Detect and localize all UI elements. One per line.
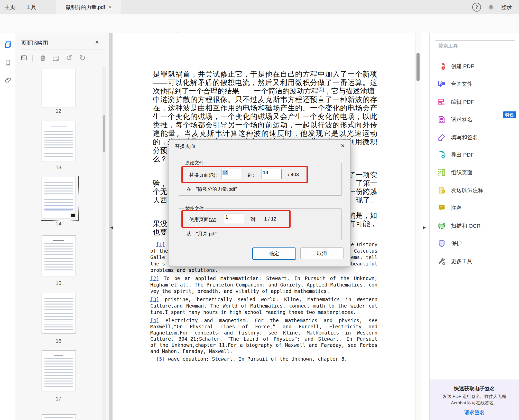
thumbnails-scrollbar[interactable]: [102, 66, 106, 420]
thumbnail-page-14[interactable]: [42, 177, 76, 218]
expand-right-panel-icon[interactable]: ▶: [423, 225, 426, 230]
document-text-fragment: 也要: [153, 227, 167, 237]
tool-create-pdf[interactable]: 创建 PDF: [430, 59, 519, 73]
thumbnail-page-15[interactable]: [42, 235, 76, 276]
promo-title: 快速获取电子签名: [430, 385, 519, 392]
replacement-filename: "月亮.pdf": [196, 231, 217, 237]
promo-text: Acrobat 即可在线签名。: [430, 400, 519, 406]
request-signatures-link[interactable]: 请求签名: [430, 409, 519, 416]
document-text-fragment: 大西: [153, 195, 167, 205]
footnote-line: ture.I spent many hours in high school r…: [150, 309, 377, 315]
esign-promo-panel: 快速获取电子签名 发送 PDF 进行签名。收件人无需 Acrobat 即可在线签…: [430, 379, 519, 420]
footnote-line: Higham et al., The Princeton Companion; …: [150, 282, 377, 288]
combine-files-icon: [437, 79, 446, 89]
tool-scan-ocr[interactable]: 扫描和 OCR: [430, 219, 519, 233]
divider: [20, 66, 105, 66]
login-link[interactable]: 登录: [501, 0, 512, 14]
footnote-line: problems and solutions.: [150, 267, 377, 273]
from-prefix: 从: [187, 231, 191, 237]
rotate-left-icon[interactable]: ↺: [65, 54, 73, 62]
tool-label: 发送以供注释: [451, 187, 483, 194]
rotate-right-icon[interactable]: ↻: [78, 54, 87, 62]
help-icon[interactable]: ?: [472, 3, 481, 12]
search-tools-input[interactable]: [435, 40, 515, 51]
thumbnail-page-12[interactable]: [42, 69, 76, 107]
scrollbar-thumb[interactable]: [416, 53, 420, 81]
use-from-input[interactable]: 1: [224, 214, 244, 224]
document-title: 微积分的力量.pdf: [66, 4, 105, 11]
bookmarks-panel-icon[interactable]: [4, 58, 12, 67]
footnote-link-3[interactable]: [3]: [150, 297, 159, 302]
tool-label: 扫描和 OCR: [451, 222, 481, 230]
tool-label: 组织页面: [451, 169, 472, 176]
delete-pages-icon[interactable]: [39, 54, 47, 62]
tab-tools[interactable]: 工具: [26, 0, 36, 14]
tab-document[interactable]: 微积分的力量.pdf ×: [56, 0, 121, 14]
close-tab-icon[interactable]: ×: [109, 4, 112, 10]
footnote-ref-5[interactable]: [5]: [318, 87, 324, 92]
tool-organize-pages[interactable]: 组织页面: [430, 165, 519, 180]
scan-ocr-icon: [437, 221, 446, 231]
thumbnail-options-icon[interactable]: [20, 54, 29, 62]
notifications-bell-icon[interactable]: [488, 4, 494, 11]
dialog-title: 替换页面: [175, 143, 195, 150]
thumbnail-label: 17: [42, 396, 75, 402]
tool-label: 填写和签名: [451, 134, 478, 141]
panel-title: 页面缩略图: [21, 39, 48, 46]
replace-pages-label: 替换页面(R):: [189, 172, 217, 178]
tool-label: 保护: [451, 240, 462, 247]
to-label: 到:: [250, 216, 256, 223]
footnote-line: [5] wave equation: Stewart, In Pursuit o…: [150, 356, 377, 362]
footnote-link-1[interactable]: [1]: [156, 242, 165, 247]
tool-export-pdf[interactable]: 导出 PDF: [430, 148, 519, 162]
thumbnail-label: 13: [42, 165, 75, 170]
footnote-line: Culture, 304-21;Schafer, “The Laird of P…: [150, 336, 377, 342]
footnote-link-5[interactable]: [5]: [156, 356, 165, 362]
tool-send-for-comments[interactable]: 发送以供注释: [430, 183, 519, 197]
tool-comment[interactable]: 注释: [430, 201, 519, 215]
dialog-close-icon[interactable]: ×: [341, 142, 345, 150]
tool-protect[interactable]: 保护: [430, 236, 519, 251]
cancel-button[interactable]: 取消: [300, 247, 344, 259]
scrollbar-thumb[interactable]: [103, 115, 105, 152]
panel-close-icon[interactable]: ×: [95, 38, 99, 46]
document-text-fragment: 么？: [153, 154, 167, 164]
ok-button[interactable]: 确定: [252, 247, 296, 260]
replace-from-input[interactable]: 14: [221, 169, 241, 179]
tab-home[interactable]: 主页: [5, 0, 15, 14]
extract-pages-icon[interactable]: [51, 54, 60, 62]
footnote-line: vey the spirit, breadth, and vitality of…: [150, 288, 377, 294]
thumbnail-page-16[interactable]: [42, 293, 76, 333]
tool-label: 更多工具: [451, 258, 472, 265]
tool-more-tools[interactable]: 更多工具: [430, 254, 519, 269]
comment-tool-icon: [437, 203, 446, 213]
export-pdf-icon: [437, 150, 446, 159]
document-scrollbar[interactable]: [415, 33, 421, 420]
footnote-link-4[interactable]: [4]: [150, 318, 159, 323]
original-filename: "微积分的力量.pdf": [196, 186, 237, 193]
collapse-left-panel-icon[interactable]: ◀: [110, 225, 113, 230]
fill-sign-icon: [437, 133, 446, 142]
tab-bar: 主页 工具 微积分的力量.pdf × ? 登录: [0, 0, 519, 15]
edit-pdf-icon: [437, 97, 446, 107]
attachments-panel-icon[interactable]: [4, 76, 12, 84]
tool-fill-sign[interactable]: 填写和签名: [430, 130, 519, 145]
replace-pages-dialog: 替换页面 × 原始文件 替换页面(R): 14 到: 14 / 403 在 "微…: [169, 139, 351, 267]
page-thumbnails-panel-icon[interactable]: [4, 40, 12, 49]
tool-edit-pdf[interactable]: 编辑 PDF: [430, 95, 519, 109]
thumbnail-page-18[interactable]: [42, 414, 76, 420]
thumbnail-page-17[interactable]: [42, 350, 76, 391]
thumbnail-page-13[interactable]: [42, 121, 76, 161]
footnote-line: Culture,and Newman, The World of Mathema…: [150, 303, 377, 309]
footnote-link-2[interactable]: [2]: [150, 275, 159, 281]
featured-badge: 特色: [503, 111, 516, 118]
create-pdf-icon: [437, 62, 446, 71]
thumbnail-label: 14: [42, 221, 75, 227]
footnote-line: Maxwell,“On Physical Lines of Force,” an…: [150, 324, 377, 329]
navigation-rail: [0, 33, 16, 420]
use-pages-label: 使用页面(W):: [189, 216, 218, 223]
replace-to-input[interactable]: 14: [262, 169, 282, 179]
thumbnail-resize-handle[interactable]: [71, 214, 75, 217]
page-total-label: / 403: [288, 172, 299, 177]
tool-combine-files[interactable]: 合并文件: [430, 77, 519, 91]
